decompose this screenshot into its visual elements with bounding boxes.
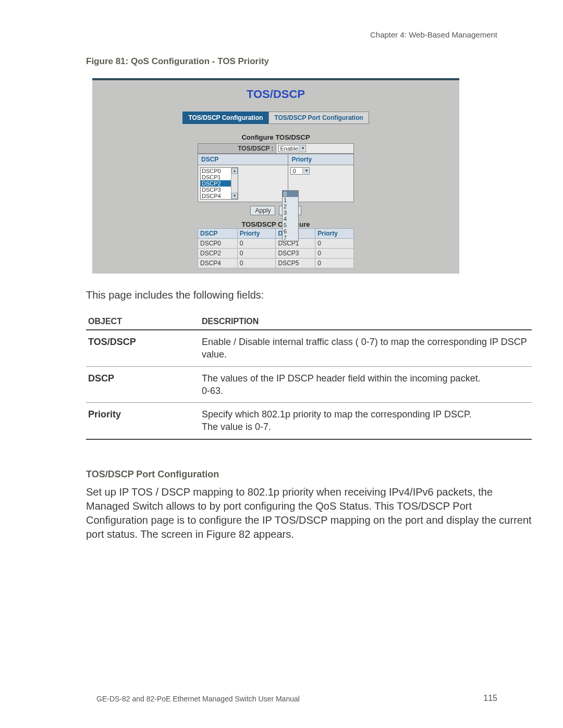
cell: 0	[315, 258, 354, 268]
tab-tos-dscp-port-config[interactable]: TOS/DSCP Port Configuration	[268, 112, 369, 124]
priority-option[interactable]: 6	[283, 228, 298, 235]
tos-dscp-select[interactable]: Enable	[278, 145, 306, 152]
conf-heading: TOS/DSCP Configure	[99, 220, 453, 228]
table-row: Priority Specify which 802.1p priority t…	[86, 403, 532, 439]
col-description: Description	[200, 314, 532, 330]
priority-option[interactable]: 5	[283, 222, 298, 228]
figure-caption: Figure 81: QoS Configuration - TOS Prior…	[86, 56, 532, 67]
dscp-option-selected[interactable]: DSCP2	[201, 180, 231, 187]
dscp-priority-table: DSCP Priorty DSCP0 DSCP1 DSCP2 DSCP3 DSC…	[198, 154, 354, 202]
conf-col: DSCP	[198, 229, 238, 239]
section-body: Set up IP TOS / DSCP mapping to 802.1p p…	[86, 485, 532, 541]
table-row: DSCP The values of the IP DSCP header fi…	[86, 366, 532, 403]
cell: 0	[315, 249, 354, 258]
conf-col: Priorty	[237, 229, 276, 239]
conf-col: Priorty	[315, 229, 354, 239]
dscp-option[interactable]: DSCP0	[201, 168, 231, 174]
table-row: DSCP4 0 DSCP5 0	[198, 258, 354, 268]
priority-dropdown-open[interactable]: 0 1 2 3 4 5 6 7	[282, 190, 299, 241]
button-row: Apply Help	[99, 205, 453, 215]
tos-dscp-configure-table: DSCP Priorty DSCP Priorty DSCP0 0 DSCP1 …	[198, 228, 354, 268]
tos-dscp-select-value: Enable	[280, 145, 298, 152]
intro-text: This page includes the following fields:	[86, 288, 532, 302]
priority-option[interactable]: 7	[283, 235, 298, 241]
table-row: TOS/DSCP Enable / Disable internal traff…	[86, 330, 532, 366]
table-row: DSCP0 0 DSCP1 0	[198, 239, 354, 249]
col-object: Object	[86, 314, 200, 330]
cell: 0	[315, 239, 354, 249]
apply-button[interactable]: Apply	[250, 206, 275, 215]
priority-option[interactable]: 1	[283, 197, 298, 203]
tos-dscp-label: TOS/DSCP :	[198, 144, 276, 154]
cell: DSCP3	[276, 249, 315, 258]
desc-cell: The values of the IP DSCP header field w…	[200, 366, 532, 403]
desc-cell: Specify which 802.1p priority to map the…	[200, 403, 532, 439]
cell: 0	[237, 239, 276, 249]
cell: 0	[237, 258, 276, 268]
qos-screenshot: TOS/DSCP TOS/DSCP Configuration TOS/DSCP…	[92, 78, 459, 274]
object-cell: Priority	[86, 403, 200, 439]
scroll-down-icon[interactable]: ▾	[231, 193, 238, 199]
cell: DSCP0	[198, 239, 238, 249]
cell: DSCP2	[198, 249, 238, 258]
object-cell: TOS/DSCP	[86, 330, 200, 366]
priority-option[interactable]: 2	[283, 203, 298, 209]
panel-title: TOS/DSCP	[99, 88, 453, 101]
col-dscp: DSCP	[198, 154, 288, 165]
chapter-label: Chapter 4: Web-Based Management	[370, 30, 497, 39]
tab-tos-dscp-config[interactable]: TOS/DSCP Configuration	[182, 112, 268, 124]
tos-dscp-enable-row: TOS/DSCP : Enable	[198, 143, 354, 154]
dscp-option[interactable]: DSCP3	[201, 187, 231, 193]
priority-select-value: 0	[292, 168, 296, 174]
scroll-up-icon[interactable]: ▴	[231, 168, 238, 174]
footer-page-number: 115	[483, 694, 497, 703]
priority-option[interactable]: 3	[283, 209, 298, 216]
listbox-scrollbar[interactable]: ▴ ▾	[231, 168, 238, 199]
fields-description-table: Object Description TOS/DSCP Enable / Dis…	[86, 314, 532, 440]
desc-cell: Enable / Disable internal traffic class …	[200, 330, 532, 366]
section-heading: TOS/DSCP Port Configuration	[86, 469, 532, 480]
dscp-listbox[interactable]: DSCP0 DSCP1 DSCP2 DSCP3 DSCP4 ▴ ▾	[200, 167, 238, 200]
cell: DSCP5	[276, 258, 315, 268]
dscp-option[interactable]: DSCP1	[201, 174, 231, 180]
table-row: DSCP2 0 DSCP3 0	[198, 249, 354, 258]
object-cell: DSCP	[86, 366, 200, 403]
col-priority: Priorty	[288, 154, 354, 165]
footer-manual-title: GE-DS-82 and 82-PoE Ethernet Managed Swi…	[96, 695, 300, 703]
priority-option[interactable]: 4	[283, 216, 298, 222]
cell: DSCP4	[198, 258, 238, 268]
priority-option[interactable]: 0	[283, 191, 298, 197]
dscp-option[interactable]: DSCP4	[201, 193, 231, 199]
tab-bar: TOS/DSCP Configuration TOS/DSCP Port Con…	[99, 112, 453, 124]
configure-heading: Configure TOS/DSCP	[99, 133, 453, 141]
priority-select[interactable]: 0	[290, 167, 310, 175]
cell: 0	[237, 249, 276, 258]
